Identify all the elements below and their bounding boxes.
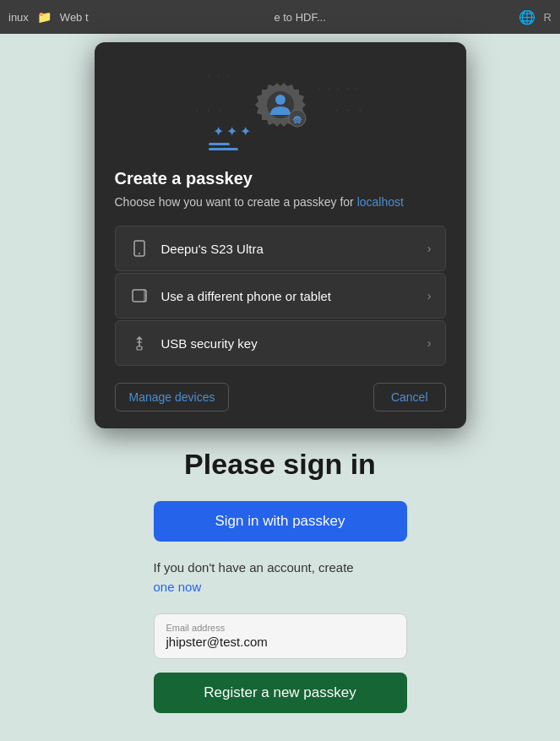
browser-bar-right: e to HDF...: [274, 11, 325, 24]
modal-subtitle-highlight: localhost: [357, 195, 404, 209]
option-phone-label: Deepu's S23 Ultra: [161, 242, 427, 256]
option-usb-label: USB security key: [161, 336, 427, 351]
browser-bar: inux 📁 Web t e to HDF... 🌐 R: [0, 0, 560, 34]
gear-badge-icon: ✦✦✦: [247, 76, 314, 144]
email-field[interactable]: Email address jhipster@test.com: [154, 613, 407, 659]
option-usb[interactable]: USB security key ›: [115, 320, 446, 366]
email-label: Email address: [166, 623, 394, 633]
tablet-icon: [129, 286, 150, 306]
register-passkey-button[interactable]: Register a new passkey: [154, 673, 407, 713]
modal-subtitle-prefix: Choose how you want to create a passkey …: [115, 195, 357, 209]
option-phone[interactable]: Deepu's S23 Ultra ›: [115, 226, 446, 271]
option-tablet[interactable]: Use a different phone or tablet ›: [115, 273, 446, 319]
create-account-text: If you don't have an account, create one…: [154, 558, 407, 597]
lines-decoration: [209, 143, 238, 150]
create-account-link[interactable]: one now: [154, 580, 202, 594]
modal-illustration: · · · · · · · · · · · · · · ✦✦✦: [95, 42, 466, 169]
option-usb-chevron: ›: [427, 336, 432, 350]
gear-person-svg: [247, 76, 314, 144]
globe-icon: 🌐: [519, 9, 536, 25]
stars-decoration: ✦✦✦: [213, 123, 253, 139]
svg-point-1: [275, 95, 285, 105]
svg-point-7: [144, 295, 146, 297]
dots-top-right: · · · · ·: [318, 84, 361, 93]
modal-content: Create a passkey Choose how you want to …: [95, 169, 466, 366]
dots-right: · · ·: [336, 106, 365, 115]
modal-footer: Manage devices Cancel: [95, 383, 466, 411]
dots-left: · · ·: [196, 106, 225, 115]
manage-devices-button[interactable]: Manage devices: [115, 383, 230, 411]
folder-icon: 📁: [37, 10, 52, 24]
usb-icon: [129, 333, 150, 353]
options-list: Deepu's S23 Ultra › Use a different phon…: [115, 226, 446, 366]
browser-bar-r-letter: R: [544, 11, 552, 24]
passkey-modal: · · · · · · · · · · · · · · ✦✦✦: [95, 42, 466, 428]
browser-bar-left: inux: [8, 11, 29, 24]
modal-title: Create a passkey: [115, 169, 446, 188]
svg-rect-10: [137, 346, 142, 350]
dots-top-left: · · ·: [209, 72, 232, 80]
phone-icon: [129, 238, 150, 259]
page-background: · · · · · · · · · · · · · · ✦✦✦: [0, 34, 560, 741]
cancel-button[interactable]: Cancel: [373, 383, 446, 411]
option-tablet-chevron: ›: [427, 289, 432, 302]
option-phone-chevron: ›: [427, 242, 432, 255]
svg-point-4: [139, 253, 140, 254]
create-account-prefix: If you don't have an account, create: [154, 560, 354, 575]
modal-subtitle: Choose how you want to create a passkey …: [115, 195, 446, 209]
sign-in-passkey-button[interactable]: Sign in with passkey: [154, 501, 407, 542]
illustration-container: · · · · · · · · · · · · · · ✦✦✦: [196, 68, 365, 152]
page-main: Please sign in Sign in with passkey If y…: [0, 448, 560, 741]
browser-tab-text: Web t: [60, 11, 89, 24]
page-title: Please sign in: [184, 448, 376, 481]
option-tablet-label: Use a different phone or tablet: [161, 289, 427, 303]
email-value: jhipster@test.com: [166, 635, 268, 649]
